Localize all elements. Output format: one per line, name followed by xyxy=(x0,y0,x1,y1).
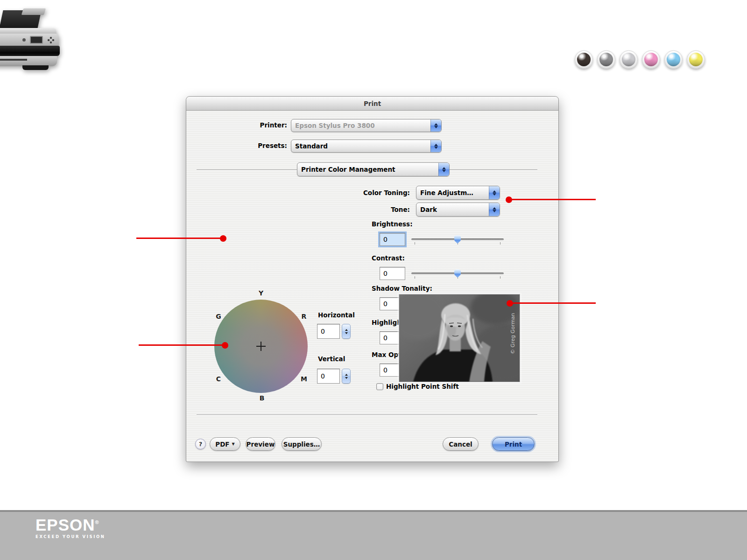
presets-label: Presets: xyxy=(214,142,287,149)
vertical-input[interactable] xyxy=(317,369,340,384)
supplies-button-label: Supplies… xyxy=(283,441,320,448)
brightness-slider-thumb[interactable] xyxy=(454,235,461,244)
presets-popup[interactable]: Standard xyxy=(291,140,442,153)
color-toning-popup[interactable]: Fine Adjustm… xyxy=(416,186,500,200)
ink-ball-icon xyxy=(577,53,591,66)
crosshair-icon[interactable] xyxy=(256,342,266,351)
popup-arrows-icon xyxy=(438,163,449,176)
ink-dot-yellow xyxy=(687,50,705,69)
printer-paper-support xyxy=(21,8,46,15)
tick-mark xyxy=(415,242,415,245)
contrast-row: Contrast: xyxy=(372,254,512,287)
printer-power-button xyxy=(22,38,26,42)
cancel-button[interactable]: Cancel xyxy=(443,437,479,451)
ink-ball-icon xyxy=(644,53,658,66)
brightness-row: Brightness: xyxy=(372,220,512,253)
ink-dot-light-gray xyxy=(620,50,638,69)
color-toning-label: Color Toning: xyxy=(335,189,410,196)
popup-arrows-icon xyxy=(489,203,500,216)
tone-popup-value: Dark xyxy=(416,206,489,213)
help-button-label: ? xyxy=(199,441,203,448)
photo-credit: © Greg Gorman xyxy=(510,313,516,354)
printer-product-image xyxy=(0,3,64,70)
brand-tagline: EXCEED YOUR VISION xyxy=(35,534,106,539)
print-button[interactable]: Print xyxy=(492,437,535,451)
horizontal-input[interactable] xyxy=(317,324,340,339)
contrast-input[interactable] xyxy=(380,267,405,280)
tone-popup[interactable]: Dark xyxy=(416,203,500,217)
tick-mark xyxy=(500,276,500,279)
stepper-down-icon[interactable] xyxy=(345,377,348,379)
ink-dot-cyan xyxy=(664,50,683,69)
stepper-down-icon[interactable] xyxy=(345,332,348,334)
highlight-point-shift-checkbox[interactable] xyxy=(376,383,383,390)
stepper-up-icon[interactable] xyxy=(345,374,348,376)
ink-ball-icon xyxy=(599,53,613,66)
brand-name: EPSON xyxy=(35,516,95,534)
wheel-label-b: B xyxy=(257,394,267,403)
presets-popup-value: Standard xyxy=(291,142,430,150)
pane-selector-popup[interactable]: Printer Color Management xyxy=(297,162,450,176)
printer-foot xyxy=(22,65,49,70)
printer-base xyxy=(0,56,57,66)
printer-popup-value: Epson Stylus Pro 3800 xyxy=(291,122,430,129)
window-titlebar[interactable]: Print xyxy=(186,97,558,111)
brightness-input[interactable] xyxy=(380,233,405,246)
popup-arrows-icon xyxy=(430,140,441,152)
printer-label: Printer: xyxy=(214,121,287,129)
menu-arrow-icon: ▼ xyxy=(232,442,235,446)
registered-mark: ® xyxy=(95,519,99,525)
help-button[interactable]: ? xyxy=(195,439,206,449)
pane-selector-value: Printer Color Management xyxy=(297,166,438,173)
vertical-stepper[interactable] xyxy=(342,369,351,384)
horizontal-label: Horizontal xyxy=(318,311,355,319)
wheel-label-g: G xyxy=(214,313,223,321)
pdf-button[interactable]: PDF ▼ xyxy=(210,437,240,451)
footer-divider xyxy=(197,414,537,415)
shadow-tonality-label: Shadow Tonality: xyxy=(372,285,432,292)
printer-lcd-screen xyxy=(30,36,43,44)
horizontal-stepper[interactable] xyxy=(342,324,351,339)
ink-cartridge-dots xyxy=(575,50,705,69)
ink-ball-icon xyxy=(689,53,703,66)
wheel-label-m: M xyxy=(299,375,309,384)
wheel-label-y: Y xyxy=(256,289,266,298)
tone-label: Tone: xyxy=(335,206,410,213)
callout-line-shadow-tonality xyxy=(510,302,596,304)
tick-mark xyxy=(500,242,500,245)
preview-button[interactable]: Preview xyxy=(246,437,275,451)
ink-dot-magenta xyxy=(642,50,660,69)
printer-nav-buttons xyxy=(48,37,54,43)
popup-arrows-icon xyxy=(430,119,441,132)
wheel-label-r: R xyxy=(299,313,309,321)
popup-arrows-icon xyxy=(489,186,500,199)
highlight-point-shift-row: Highlight Point Shift xyxy=(376,383,459,390)
contrast-slider-thumb[interactable] xyxy=(454,269,461,278)
ink-ball-icon xyxy=(667,53,680,66)
printer-output-slot xyxy=(0,59,27,61)
tick-mark xyxy=(415,276,415,279)
window-title: Print xyxy=(364,100,381,107)
contrast-label: Contrast: xyxy=(372,254,405,262)
ink-dot-matte-black xyxy=(575,50,593,69)
printer-control-panel xyxy=(0,34,59,46)
preview-button-label: Preview xyxy=(247,441,275,448)
page-footer: EPSON® EXCEED YOUR VISION xyxy=(0,510,747,560)
vertical-label: Vertical xyxy=(318,355,345,363)
page-canvas: Print Printer: Epson Stylus Pro 3800 Pre… xyxy=(0,0,747,560)
callout-dot-wheel xyxy=(222,342,228,349)
callout-line-preview xyxy=(136,238,223,239)
print-dialog: Print Printer: Epson Stylus Pro 3800 Pre… xyxy=(186,96,559,462)
highlight-point-shift-label: Highlight Point Shift xyxy=(386,383,459,390)
supplies-button[interactable]: Supplies… xyxy=(282,437,322,451)
printer-popup[interactable]: Epson Stylus Pro 3800 xyxy=(291,119,442,132)
brightness-label: Brightness: xyxy=(372,220,413,228)
stepper-up-icon[interactable] xyxy=(345,329,348,331)
callout-line-wheel xyxy=(139,344,225,346)
color-toning-value: Fine Adjustm… xyxy=(416,189,489,196)
printer-lid xyxy=(0,28,56,34)
ink-ball-icon xyxy=(622,53,635,66)
callout-line-color-toning xyxy=(509,199,596,200)
printer-black-band xyxy=(0,46,60,56)
callout-dot-preview xyxy=(220,235,226,242)
